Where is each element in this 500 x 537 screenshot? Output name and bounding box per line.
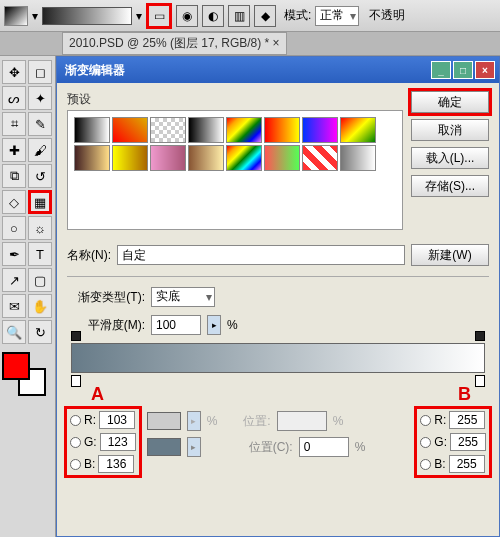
r-input-left[interactable] xyxy=(99,411,135,429)
preset-swatch[interactable] xyxy=(188,145,224,171)
presets-label: 预设 xyxy=(67,91,403,108)
load-button[interactable]: 载入(L)... xyxy=(411,147,489,169)
foreground-color-swatch[interactable] xyxy=(2,352,30,380)
reflected-gradient-button[interactable]: ▥ xyxy=(228,5,250,27)
hand-tool-icon[interactable]: ✋ xyxy=(28,294,52,318)
new-button[interactable]: 新建(W) xyxy=(411,244,489,266)
color-swatches[interactable] xyxy=(2,352,46,396)
shape-tool-icon[interactable]: ▢ xyxy=(28,268,52,292)
diamond-gradient-button[interactable]: ◆ xyxy=(254,5,276,27)
g-input-left[interactable] xyxy=(100,433,136,451)
preset-swatch[interactable] xyxy=(112,145,148,171)
g-input-right[interactable] xyxy=(450,433,486,451)
opacity-color-chip xyxy=(147,412,181,430)
eyedropper-tool-icon[interactable]: ✎ xyxy=(28,112,52,136)
position-input[interactable] xyxy=(299,437,349,457)
radio-r[interactable] xyxy=(70,415,81,426)
rgb-right-group: R: G: B: xyxy=(417,409,489,475)
radio-b[interactable] xyxy=(70,459,81,470)
chevron-down-icon[interactable]: ▾ xyxy=(32,9,38,23)
crop-tool-icon[interactable]: ⌗ xyxy=(2,112,26,136)
save-button[interactable]: 存储(S)... xyxy=(411,175,489,197)
close-icon[interactable]: × xyxy=(273,36,280,50)
b-input-left[interactable] xyxy=(98,455,134,473)
document-tab[interactable]: 2010.PSD @ 25% (图层 17, RGB/8) * × xyxy=(62,32,287,55)
r-input-right[interactable] xyxy=(449,411,485,429)
type-value: 实底 xyxy=(156,289,180,303)
gradient-editor-dialog: 渐变编辑器 _ □ × 预设 xyxy=(56,56,500,537)
gradient-bar[interactable]: A B xyxy=(71,343,485,373)
name-input[interactable] xyxy=(117,245,405,265)
preset-swatch[interactable] xyxy=(226,117,262,143)
history-brush-icon[interactable]: ↺ xyxy=(28,164,52,188)
position-label: 位置(C): xyxy=(249,439,293,456)
radio-g2[interactable] xyxy=(420,437,431,448)
preset-swatch[interactable] xyxy=(264,145,300,171)
linear-gradient-button[interactable]: ▭ xyxy=(146,3,172,29)
cancel-button[interactable]: 取消 xyxy=(411,119,489,141)
radio-r2[interactable] xyxy=(420,415,431,426)
pen-tool-icon[interactable]: ✒ xyxy=(2,242,26,266)
preset-swatch[interactable] xyxy=(340,145,376,171)
stop-color-chip[interactable] xyxy=(147,438,181,456)
wand-tool-icon[interactable]: ✦ xyxy=(28,86,52,110)
gradient-preview[interactable] xyxy=(42,7,132,25)
smooth-popup-icon[interactable]: ▸ xyxy=(207,315,221,335)
document-bar: 2010.PSD @ 25% (图层 17, RGB/8) * × xyxy=(0,32,500,56)
opacity-stop-right[interactable] xyxy=(475,331,485,341)
notes-tool-icon[interactable]: ✉ xyxy=(2,294,26,318)
color-stop-left[interactable] xyxy=(71,375,81,387)
titlebar[interactable]: 渐变编辑器 _ □ × xyxy=(57,57,499,83)
preset-swatch[interactable] xyxy=(150,117,186,143)
brush-tool-icon[interactable]: 🖌 xyxy=(28,138,52,162)
tool-preset-icon[interactable] xyxy=(4,6,28,26)
preset-swatch[interactable] xyxy=(302,117,338,143)
dodge-tool-icon[interactable]: ☼ xyxy=(28,216,52,240)
position-disabled-label: 位置: xyxy=(243,413,270,430)
preset-swatch[interactable] xyxy=(340,117,376,143)
preset-swatch[interactable] xyxy=(150,145,186,171)
position-disabled-input xyxy=(277,411,327,431)
preset-swatch[interactable] xyxy=(264,117,300,143)
radio-g[interactable] xyxy=(70,437,81,448)
preset-swatch[interactable] xyxy=(74,117,110,143)
preset-swatch[interactable] xyxy=(302,145,338,171)
marker-a: A xyxy=(91,384,104,405)
preset-swatch[interactable] xyxy=(226,145,262,171)
color-popup-icon[interactable]: ▸ xyxy=(187,437,201,457)
eraser-tool-icon[interactable]: ◇ xyxy=(2,190,26,214)
mode-label: 模式: xyxy=(284,7,311,24)
smooth-input[interactable] xyxy=(151,315,201,335)
maximize-button[interactable]: □ xyxy=(453,61,473,79)
minimize-button[interactable]: _ xyxy=(431,61,451,79)
ok-button[interactable]: 确定 xyxy=(411,91,489,113)
color-stop-right[interactable] xyxy=(475,375,485,387)
path-tool-icon[interactable]: ↗ xyxy=(2,268,26,292)
preset-swatch[interactable] xyxy=(74,145,110,171)
marquee-tool-icon[interactable]: ◻ xyxy=(28,60,52,84)
radio-b2[interactable] xyxy=(420,459,431,470)
chevron-down-icon[interactable]: ▾ xyxy=(136,9,142,23)
preset-swatch[interactable] xyxy=(112,117,148,143)
zoom-tool-icon[interactable]: 🔍 xyxy=(2,320,26,344)
tool-panel: ✥ ◻ ᔕ ✦ ⌗ ✎ ✚ 🖌 ⧉ ↺ ◇ ▦ ○ ☼ ✒ T ↗ ▢ ✉ ✋ … xyxy=(0,56,56,537)
rotate-view-icon[interactable]: ↻ xyxy=(28,320,52,344)
close-button[interactable]: × xyxy=(475,61,495,79)
opacity-stop-left[interactable] xyxy=(71,331,81,341)
type-tool-icon[interactable]: T xyxy=(28,242,52,266)
stamp-tool-icon[interactable]: ⧉ xyxy=(2,164,26,188)
type-select[interactable]: 实底 xyxy=(151,287,215,307)
radial-gradient-button[interactable]: ◉ xyxy=(176,5,198,27)
gradient-tool-icon[interactable]: ▦ xyxy=(28,190,52,214)
move-tool-icon[interactable]: ✥ xyxy=(2,60,26,84)
lasso-tool-icon[interactable]: ᔕ xyxy=(2,86,26,110)
preset-grid[interactable] xyxy=(67,110,403,230)
heal-tool-icon[interactable]: ✚ xyxy=(2,138,26,162)
options-bar: ▾ ▾ ▭ ◉ ◐ ▥ ◆ 模式: 正常 不透明 xyxy=(0,0,500,32)
blur-tool-icon[interactable]: ○ xyxy=(2,216,26,240)
rgb-left-group: R: G: B: xyxy=(67,409,139,475)
b-input-right[interactable] xyxy=(449,455,485,473)
mode-select[interactable]: 正常 xyxy=(315,6,359,26)
preset-swatch[interactable] xyxy=(188,117,224,143)
angle-gradient-button[interactable]: ◐ xyxy=(202,5,224,27)
